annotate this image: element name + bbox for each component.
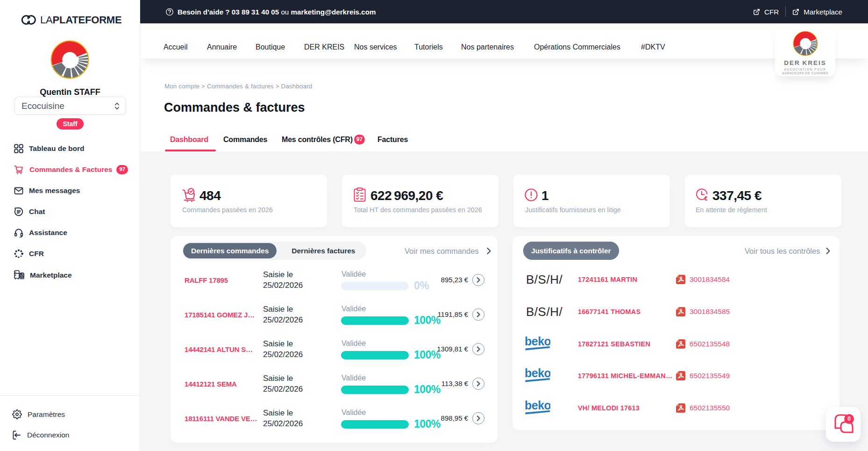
- svg-text:beko: beko: [525, 367, 550, 379]
- svg-text:beko: beko: [525, 399, 550, 412]
- svg-text:beko: beko: [525, 335, 550, 347]
- svg-text:€: €: [704, 195, 708, 202]
